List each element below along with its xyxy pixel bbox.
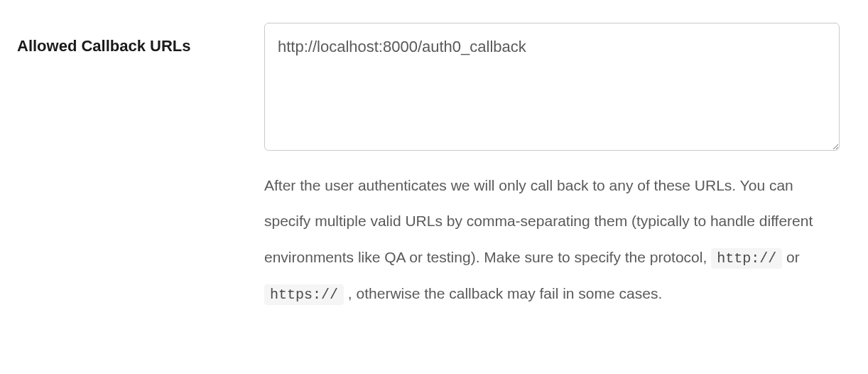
callback-urls-input[interactable] — [264, 23, 840, 151]
protocol-http-code: http:// — [711, 248, 782, 269]
help-text-suffix: , otherwise the callback may fail in som… — [348, 285, 662, 301]
help-text-mid: or — [786, 249, 800, 265]
field-label: Allowed Callback URLs — [17, 23, 230, 55]
protocol-https-code: https:// — [264, 284, 344, 305]
field-content: After the user authenticates we will onl… — [264, 23, 840, 312]
allowed-callback-urls-field: Allowed Callback URLs After the user aut… — [17, 23, 851, 312]
help-text: After the user authenticates we will onl… — [264, 168, 840, 312]
